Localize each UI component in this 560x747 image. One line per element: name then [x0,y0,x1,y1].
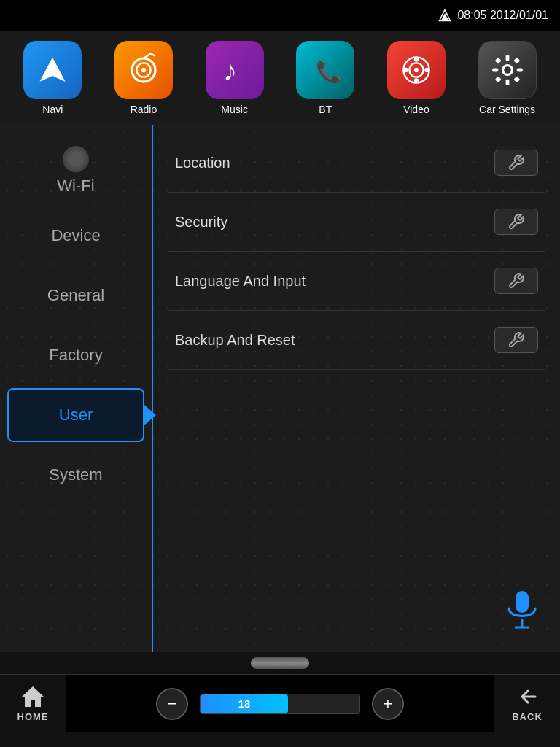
app-navi[interactable]: Navi [23,41,82,115]
sidebar-item-system[interactable]: System [0,445,152,505]
home-label: HOME [18,711,49,722]
main-content: Wi-Fi Device General Factory User System… [0,125,560,652]
svg-point-15 [414,78,419,82]
radio-label: Radio [131,104,158,115]
settings-row-language: Language And Input [168,252,545,311]
language-settings-button[interactable] [494,268,538,294]
music-icon: ♪ [206,41,264,99]
volume-fill: 18 [201,694,288,713]
sidebar-item-general[interactable]: General [0,266,152,325]
app-carsettings[interactable]: Car Settings [478,41,537,115]
wrench-icon [508,213,525,231]
video-icon [387,41,446,99]
backup-settings-button[interactable] [494,327,538,353]
wrench-icon [508,331,525,349]
svg-marker-2 [40,57,66,82]
back-icon [515,685,540,708]
app-bt[interactable]: 📞 BT [296,41,354,115]
scroll-indicator[interactable] [251,657,309,669]
svg-point-16 [403,67,408,71]
security-label: Security [175,214,228,231]
settings-row-backup: Backup And Reset [168,311,545,370]
settings-panel: Location Security Language And Input [153,125,560,652]
status-time: 08:05 2012/01/01 [457,9,548,22]
svg-rect-27 [513,76,520,82]
wrench-icon [508,154,525,171]
bottom-bar: HOME − 18 + BACK [0,674,560,732]
status-bar: 08:05 2012/01/01 [0,0,560,31]
svg-point-13 [414,67,419,71]
bt-icon: 📞 [296,41,354,99]
svg-point-17 [424,67,429,71]
back-button[interactable]: BACK [494,675,560,733]
home-button[interactable]: HOME [0,675,66,733]
carsettings-icon [478,41,537,99]
svg-rect-23 [516,68,522,71]
svg-rect-26 [494,76,501,82]
navi-icon [23,41,82,99]
sidebar-item-user[interactable]: User [7,388,144,442]
svg-line-6 [144,53,151,58]
svg-rect-28 [516,591,529,613]
home-icon [20,685,45,708]
volume-minus-button[interactable]: − [156,688,188,720]
svg-text:📞: 📞 [316,59,342,85]
svg-line-7 [151,53,155,55]
sidebar-item-factory[interactable]: Factory [0,325,152,385]
app-music[interactable]: ♪ Music [206,41,264,115]
location-label: Location [175,155,230,171]
wrench-icon [508,272,525,290]
wifi-toggle[interactable] [63,146,89,172]
microphone-icon[interactable] [506,589,538,638]
app-video[interactable]: Video [387,41,446,115]
svg-point-14 [414,57,419,61]
svg-rect-20 [505,55,509,61]
svg-point-19 [504,66,511,74]
settings-row-location: Location [168,133,545,193]
settings-row-security: Security [168,193,545,252]
security-settings-button[interactable] [494,209,538,235]
scroll-indicator-area [0,652,560,674]
back-label: BACK [512,711,542,722]
navi-label: Navi [42,104,63,115]
sidebar-item-device[interactable]: Device [0,206,152,266]
app-radio[interactable]: Radio [114,41,173,115]
svg-rect-25 [513,57,520,63]
volume-control: − 18 + [66,688,494,720]
carsettings-label: Car Settings [479,104,535,115]
language-label: Language And Input [175,273,306,290]
sidebar: Wi-Fi Device General Factory User System [0,125,153,652]
svg-rect-24 [494,57,501,63]
app-bar: Navi Radio ♪ Music 📞 [0,31,560,125]
svg-rect-21 [505,79,509,85]
music-label: Music [221,104,248,115]
volume-slider[interactable]: 18 [200,694,360,714]
mic-container [168,370,545,645]
svg-text:♪: ♪ [223,55,237,86]
volume-value: 18 [201,697,288,710]
sidebar-item-wifi[interactable]: Wi-Fi [0,133,152,206]
svg-point-5 [141,67,146,71]
video-label: Video [403,104,429,115]
location-settings-button[interactable] [494,150,538,176]
volume-plus-button[interactable]: + [372,688,404,720]
svg-rect-22 [492,68,498,71]
radio-icon [114,41,173,99]
signal-icon [438,9,451,22]
backup-label: Backup And Reset [175,332,295,349]
svg-marker-31 [22,686,44,707]
bt-label: BT [319,104,332,115]
